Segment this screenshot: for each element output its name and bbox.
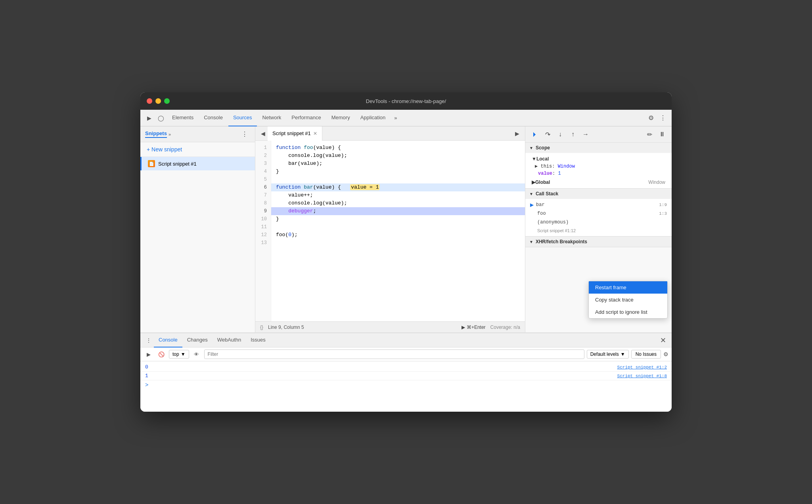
line-numbers: 1 2 3 4 5 6 7 8 9 10 11 12 13: [255, 141, 271, 321]
console-log-src-0[interactable]: Script snippet #1:2: [617, 365, 667, 370]
close-button[interactable]: [147, 98, 152, 104]
snippet-name: Script snippet #1: [158, 161, 197, 167]
console-log-1: 1 Script snippet #1:8: [140, 372, 672, 380]
snippet-item[interactable]: 📄 Script snippet #1: [140, 157, 255, 170]
callstack-item-foo[interactable]: foo 1:3: [525, 209, 672, 218]
line-num-4: 4: [255, 168, 271, 176]
step-into-button[interactable]: ↓: [555, 129, 566, 140]
console-tab-changes-label: Changes: [187, 337, 208, 343]
maximize-button[interactable]: [164, 98, 170, 104]
console-close-icon[interactable]: ✕: [658, 336, 668, 345]
select-tool-icon[interactable]: ▶: [144, 113, 155, 124]
code-line-2: console.log(value);: [271, 152, 525, 160]
step-button[interactable]: →: [580, 129, 591, 140]
console-eye-icon[interactable]: 👁: [192, 349, 202, 359]
title-bar: DevTools - chrome://new-tab-page/: [140, 92, 672, 110]
console-log-src-1[interactable]: Script snippet #1:8: [617, 374, 667, 378]
context-menu-restart[interactable]: Restart frame: [589, 281, 667, 294]
no-issues-button[interactable]: No Issues: [631, 350, 661, 359]
callstack-item-snippet: Script snippet #1:12: [525, 227, 672, 235]
callstack-section: ▼ Call Stack ▶ bar 1:9 foo 1:3: [525, 189, 672, 237]
status-format[interactable]: {}: [260, 325, 263, 330]
console-output: 0 Script snippet #1:2 1 Script snippet #…: [140, 361, 672, 412]
step-over-button[interactable]: ↷: [542, 129, 553, 140]
callstack-header[interactable]: ▼ Call Stack: [525, 189, 672, 199]
pause-button[interactable]: ⏸: [657, 129, 668, 140]
tab-elements[interactable]: Elements: [167, 110, 198, 126]
code-editor: 1 2 3 4 5 6 7 8 9 10 11 12 13 function f…: [255, 141, 525, 321]
xhr-triangle-icon: ▼: [529, 240, 533, 244]
new-snippet-button[interactable]: + New snippet: [140, 142, 255, 157]
callstack-arrow-icon: ▶: [530, 202, 534, 208]
run-button[interactable]: ▶ ⌘+Enter: [462, 325, 486, 330]
console-dots-icon[interactable]: ⋮: [144, 337, 154, 344]
xhr-header[interactable]: ▼ XHR/fetch Breakpoints: [525, 237, 672, 247]
minimize-button[interactable]: [155, 98, 161, 104]
default-levels-selector[interactable]: Default levels ▼: [587, 350, 629, 359]
context-menu-ignore[interactable]: Add script to ignore list: [589, 306, 667, 318]
resume-button[interactable]: ⏵: [529, 129, 540, 140]
value-item: value: 1: [525, 170, 672, 177]
devtools-window: DevTools - chrome://new-tab-page/ ▶ ◯ El…: [140, 92, 672, 412]
console-run-icon[interactable]: ▶: [144, 349, 154, 359]
tab-memory[interactable]: Memory: [327, 110, 355, 126]
traffic-lights: [147, 98, 170, 104]
callstack-content: ▶ bar 1:9 foo 1:3 (anonymous): [525, 199, 672, 236]
console-tab-issues-label: Issues: [251, 337, 266, 343]
deactivate-button[interactable]: ✏: [644, 129, 655, 140]
sidebar-dots-icon[interactable]: ⋮: [239, 130, 250, 139]
console-tab-console[interactable]: Console: [154, 333, 182, 347]
callstack-name-bar: bar: [536, 202, 659, 208]
sidebar-tab-label[interactable]: Snippets: [145, 130, 167, 138]
console-tab-changes[interactable]: Changes: [182, 333, 213, 347]
scope-header[interactable]: ▼ Scope: [525, 143, 672, 153]
local-header[interactable]: ▼ Local: [525, 155, 672, 162]
global-header[interactable]: ▶ Global Window: [525, 179, 672, 186]
top-chevron-icon: ▼: [181, 351, 186, 357]
callstack-name-anon: (anonymous): [530, 220, 667, 225]
top-selector[interactable]: top ▼: [169, 350, 189, 359]
status-bar: {} Line 9, Column 5 ▶ ⌘+Enter Coverage: …: [255, 321, 525, 332]
console-prompt[interactable]: >: [140, 380, 672, 390]
prev-file-icon[interactable]: ◀: [259, 130, 268, 137]
nav-more-icon[interactable]: »: [391, 115, 400, 121]
global-triangle-icon: ▶: [532, 179, 535, 185]
callstack-item-anon[interactable]: (anonymous): [525, 218, 672, 227]
tab-console[interactable]: Console: [199, 110, 228, 126]
global-group: ▶ Global Window: [525, 178, 672, 187]
console-tab-webauthn[interactable]: WebAuthn: [213, 333, 246, 347]
sidebar-chevron-icon[interactable]: »: [169, 132, 171, 137]
editor-tab-snippet[interactable]: Script snippet #1 ✕: [268, 126, 322, 141]
top-label: top: [172, 351, 179, 357]
step-out-button[interactable]: ↑: [567, 129, 578, 140]
code-line-9: debugger;: [271, 207, 525, 215]
context-menu-copy-trace[interactable]: Copy stack trace: [589, 294, 667, 306]
console-filter-input[interactable]: [204, 349, 584, 359]
settings-icon[interactable]: ⚙: [645, 113, 657, 124]
run-snippet-icon[interactable]: ▶: [513, 130, 522, 137]
code-line-12: foo(0);: [271, 231, 525, 239]
code-line-6: function bar(value) { value = 1: [271, 183, 525, 191]
local-triangle-icon: ▼: [532, 156, 536, 162]
code-line-1: function foo(value) {: [271, 144, 525, 152]
code-line-8: console.log(value);: [271, 199, 525, 207]
line-num-9: 9: [255, 207, 271, 215]
callstack-item-bar[interactable]: ▶ bar 1:9: [525, 200, 672, 209]
this-item[interactable]: ▶ this: Window: [525, 162, 672, 170]
console-tab-issues[interactable]: Issues: [246, 333, 270, 347]
tab-application[interactable]: Application: [356, 110, 391, 126]
code-line-4: }: [271, 168, 525, 176]
tab-performance[interactable]: Performance: [287, 110, 326, 126]
tab-sources[interactable]: Sources: [228, 110, 257, 126]
editor-tab-close-icon[interactable]: ✕: [313, 131, 317, 136]
global-label: Global: [535, 179, 550, 185]
default-levels-label: Default levels: [590, 351, 619, 357]
scope-triangle-icon: ▼: [529, 146, 533, 150]
console-settings-icon[interactable]: ⚙: [663, 351, 668, 357]
console-clear-icon[interactable]: 🚫: [156, 349, 167, 359]
callstack-label: Call Stack: [536, 191, 558, 197]
more-options-icon[interactable]: ⋮: [657, 113, 668, 124]
line-num-11: 11: [255, 223, 271, 231]
tab-network[interactable]: Network: [258, 110, 286, 126]
device-toolbar-icon[interactable]: ◯: [155, 113, 167, 124]
